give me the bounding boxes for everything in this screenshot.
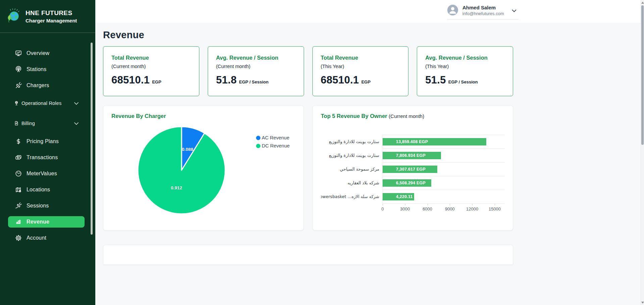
bar-plot-area: 7,806.934 EGP bbox=[383, 148, 505, 162]
bar-plot-area: 7,307.617 EGP bbox=[383, 162, 505, 176]
top5-revenue-by-owner-card: Top 5 Revenue By Owner (Current month) س… bbox=[312, 105, 513, 231]
window-scrollbar[interactable] bbox=[641, 0, 644, 305]
map-pin-icon bbox=[15, 186, 22, 193]
pie-legend: AC RevenueDC Revenue bbox=[256, 134, 290, 150]
sidebar-item-label: MeterValues bbox=[27, 171, 57, 177]
stat-cards-row: Total Revenue(Current month)68510.1EGPAv… bbox=[103, 46, 513, 96]
stat-card-unit: EGP bbox=[152, 79, 161, 84]
sidebar-item-billing[interactable]: Billing bbox=[0, 115, 95, 131]
pie-slice-label: 0.088 bbox=[182, 147, 193, 152]
sidebar-item-overview[interactable]: Overview bbox=[0, 45, 95, 61]
bar-row: ستارت بوينت للادارة والتوزيع7,806.934 EG… bbox=[321, 148, 505, 162]
stat-card-avg-revenue-session-current-month: Avg. Revenue / Session(Current month)51.… bbox=[208, 46, 304, 96]
user-email: info@hnefutures.com bbox=[462, 11, 504, 16]
sidebar-item-stations[interactable]: Stations bbox=[0, 61, 95, 77]
sidebar-item-transactions[interactable]: Transactions bbox=[0, 149, 95, 166]
sidebar-item-pricing-plans[interactable]: Pricing Plans bbox=[0, 133, 95, 149]
bar-row: ستارت بوينت للادارة والتوزيع13,859.408 E… bbox=[321, 135, 505, 148]
bar-plot-area: 13,859.408 EGP bbox=[383, 135, 505, 148]
bar-chart-title-main: Top 5 Revenue By Owner bbox=[321, 113, 387, 119]
bar-plot-area: 6,508.294 EGP bbox=[383, 176, 505, 190]
gear-icon bbox=[15, 234, 22, 242]
next-section-card bbox=[103, 245, 513, 265]
stat-card-period: (This Year) bbox=[321, 64, 400, 69]
bar: 4,220.11 bbox=[383, 193, 414, 200]
brand-subtitle: Charger Management bbox=[26, 18, 77, 23]
gauge-icon bbox=[15, 170, 22, 177]
brand-title: HNE FUTURES bbox=[26, 9, 77, 17]
sidebar-item-operational-roles[interactable]: Operational Roles bbox=[0, 95, 95, 111]
bar-value-label: 7,307.617 EGP bbox=[396, 167, 426, 172]
scrollbar-up-arrow-icon[interactable] bbox=[641, 2, 644, 4]
bar: 7,806.934 EGP bbox=[383, 152, 441, 159]
sidebar-nav: OverviewStationsChargersOperational Role… bbox=[0, 33, 95, 246]
sidebar-item-label: Chargers bbox=[27, 82, 49, 88]
axis-tick-label: 12000 bbox=[466, 206, 478, 211]
sidebar-item-chargers[interactable]: Chargers bbox=[0, 77, 95, 94]
sidebar-item-label: Overview bbox=[27, 50, 49, 56]
sidebar-item-label: Pricing Plans bbox=[27, 138, 59, 144]
legend-item-ac-revenue[interactable]: AC Revenue bbox=[256, 134, 290, 142]
bar-row: شركة سلة الازه... Flowersbasket4,220.11 bbox=[321, 190, 505, 203]
stat-card-value: 51.8 bbox=[216, 74, 237, 86]
bar: 13,859.408 EGP bbox=[383, 138, 486, 145]
content: Revenue Total Revenue(Current month)6851… bbox=[95, 23, 644, 305]
sidebar-item-label: Account bbox=[27, 235, 46, 241]
axis-tick bbox=[405, 204, 405, 205]
bar-chart-icon bbox=[15, 218, 22, 226]
sidebar-scrollbar[interactable] bbox=[91, 43, 93, 235]
sidebar-item-metervalues[interactable]: MeterValues bbox=[0, 166, 95, 182]
bar: 7,307.617 EGP bbox=[383, 166, 437, 173]
stat-card-period: (Current month) bbox=[216, 64, 296, 69]
scrollbar-down-arrow-icon[interactable] bbox=[641, 302, 644, 304]
topbar: Ahmed Salem info@hnefutures.com bbox=[95, 0, 644, 23]
antenna-icon bbox=[15, 66, 22, 73]
axis-tick bbox=[495, 204, 495, 205]
axis-tick-label: 6000 bbox=[423, 206, 432, 211]
bar-category-label: ستارت بوينت للادارة والتوزيع bbox=[321, 135, 383, 148]
stat-card-value: 51.5 bbox=[425, 74, 446, 86]
globe-stand-icon bbox=[14, 101, 19, 106]
axis-tick bbox=[450, 204, 450, 205]
sidebar-item-revenue[interactable]: Revenue bbox=[8, 216, 85, 228]
scrollbar-thumb[interactable] bbox=[641, 5, 644, 145]
sidebar-item-label: Locations bbox=[27, 187, 50, 193]
sidebar-item-label: Sessions bbox=[27, 203, 49, 209]
stat-card-period: (Current month) bbox=[111, 64, 191, 69]
chevron-down-icon bbox=[512, 8, 516, 14]
axis-tick bbox=[383, 204, 383, 205]
legend-item-dc-revenue[interactable]: DC Revenue bbox=[256, 142, 290, 150]
user-menu[interactable]: Ahmed Salem info@hnefutures.com bbox=[447, 3, 518, 19]
sidebar-item-sessions[interactable]: Sessions bbox=[0, 198, 95, 214]
stat-card-title: Total Revenue bbox=[111, 55, 191, 61]
cable-plug-icon bbox=[15, 202, 22, 209]
sidebar-item-account[interactable]: Account bbox=[0, 230, 95, 246]
stat-card-title: Avg. Revenue / Session bbox=[216, 55, 296, 61]
stat-card-value: 68510.1 bbox=[111, 74, 150, 86]
sidebar-item-locations[interactable]: Locations bbox=[0, 182, 95, 198]
dollar-icon bbox=[15, 138, 22, 145]
axis-tick-label: 3000 bbox=[400, 206, 410, 211]
user-name: Ahmed Salem bbox=[462, 5, 504, 11]
page-title: Revenue bbox=[103, 29, 644, 41]
sidebar: HNE FUTURES Charger Management OverviewS… bbox=[0, 0, 95, 305]
stat-card-avg-revenue-session-this-year: Avg. Revenue / Session(This Year)51.5EGP… bbox=[417, 46, 513, 96]
charts-row: Revenue By Charger 0.0880.912 AC Revenue… bbox=[103, 105, 513, 231]
invoice-icon bbox=[14, 121, 19, 126]
bar-value-label: 7,806.934 EGP bbox=[396, 153, 426, 158]
bar-value-label: 4,220.11 bbox=[396, 194, 413, 199]
stat-card-value: 68510.1 bbox=[321, 74, 359, 86]
stat-card-title: Avg. Revenue / Session bbox=[425, 55, 505, 61]
axis-tick-label: 0 bbox=[381, 206, 384, 211]
chevron-down-icon bbox=[74, 101, 79, 106]
brand: HNE FUTURES Charger Management bbox=[0, 0, 95, 33]
bar-category-label: ستارت بوينت للادارة والتوزيع bbox=[321, 148, 383, 162]
main-area: Ahmed Salem info@hnefutures.com Revenue … bbox=[95, 0, 644, 305]
pie-slice-dc-revenue bbox=[138, 127, 225, 214]
legend-label: AC Revenue bbox=[262, 135, 289, 140]
axis-tick-label: 15000 bbox=[489, 206, 501, 211]
legend-dot bbox=[256, 136, 260, 140]
sidebar-item-label: Operational Roles bbox=[21, 101, 61, 106]
chevron-down-icon bbox=[74, 121, 79, 126]
bar-value-label: 6,508.294 EGP bbox=[396, 181, 426, 185]
